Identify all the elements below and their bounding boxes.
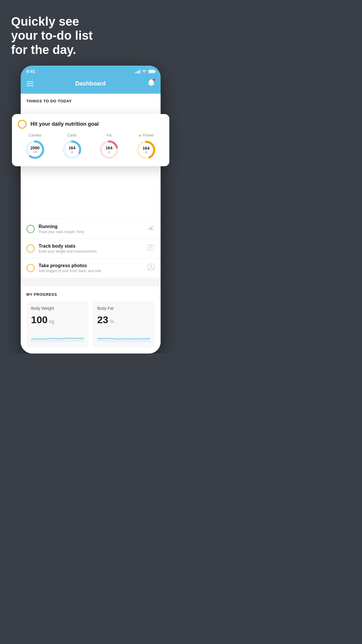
status-icons [135,69,155,74]
running-text: Running Track your stats (target: 5km) [39,224,143,234]
carbs-unit: g [68,150,75,153]
fat-label: Fat [106,133,111,137]
protein-label-row: ★ Protein [138,133,154,138]
progress-header: MY PROGRESS [27,292,155,297]
todo-item-running[interactable]: Running Track your stats (target: 5km) [21,219,161,239]
protein-ring: ★ Protein 164 g [136,133,157,160]
fat-value: 164 [106,146,112,150]
body-weight-value-row: 100 kg [31,314,84,326]
body-fat-title: Body Fat [97,306,150,311]
calories-unit: cal [30,150,39,153]
body-fat-value: 23 [97,314,108,326]
body-stats-checkbox[interactable] [27,244,35,253]
body-stats-title: Track body stats [39,244,143,249]
todo-item-photos[interactable]: Take progress photos Add images of your … [21,258,161,278]
fat-unit: g [106,150,112,153]
body-stats-text: Track body stats Enter your weight and m… [39,244,143,253]
running-icon [147,225,155,233]
notification-badge [153,78,155,81]
body-fat-card: Body Fat 23 % [93,301,155,348]
running-checkbox[interactable] [27,225,35,233]
photos-subtitle: Add images of your front, back, and side [39,269,143,273]
todo-item-body-stats[interactable]: Track body stats Enter your weight and m… [21,239,161,258]
nutrition-card: Hit your daily nutrition goal Calories 2… [12,114,169,166]
nutrition-checkbox[interactable] [18,120,27,129]
calories-value: 2000 [30,146,39,150]
body-fat-value-row: 23 % [97,314,150,326]
nutrition-card-title: Hit your daily nutrition goal [31,121,99,127]
calories-label: Calories [29,133,41,137]
carbs-label: Carbs [67,133,77,137]
menu-button[interactable] [27,81,34,86]
body-fat-sparkline [97,330,150,342]
carbs-ring: Carbs 164 g [61,133,82,160]
battery-icon [148,70,155,73]
todo-list: Running Track your stats (target: 5km) T… [21,219,161,278]
phone-mockup: Hit your daily nutrition goal Calories 2… [21,66,161,354]
fat-circle: 164 g [99,139,120,160]
body-weight-card: Body Weight 100 kg [27,301,89,348]
header-title: Dashboard [75,80,106,87]
body-stats-subtitle: Enter your weight and measurements [39,249,143,253]
signal-icon [135,69,140,74]
phone-screen: 9:41 Dashboard [21,66,161,354]
carbs-value: 164 [68,146,75,150]
nutrition-rings: Calories 2000 cal Carbs [18,133,164,160]
protein-unit: g [143,150,149,154]
body-weight-title: Body Weight [31,306,84,311]
app-header: Dashboard [21,76,161,94]
protein-value: 164 [143,146,149,150]
status-bar: 9:41 [21,66,161,76]
running-subtitle: Track your stats (target: 5km) [39,230,143,234]
svg-point-12 [150,265,152,267]
progress-section: MY PROGRESS Body Weight 100 kg [21,286,161,354]
person-icon [147,263,155,273]
calories-ring: Calories 2000 cal [24,133,45,160]
photos-title: Take progress photos [39,263,143,268]
section-spacer [21,278,161,286]
scale-icon [147,244,155,253]
notifications-button[interactable] [148,79,155,88]
hero-section: Quickly seeyour to-do listfor the day. [0,0,181,63]
photos-text: Take progress photos Add images of your … [39,263,143,273]
body-weight-sparkline [31,330,84,342]
body-weight-value: 100 [31,314,48,326]
body-fat-unit: % [110,319,114,324]
star-icon: ★ [138,133,142,138]
calories-circle: 2000 cal [24,139,45,160]
status-time: 9:41 [27,69,35,74]
body-weight-unit: kg [49,319,54,324]
protein-circle: 164 g [136,139,157,160]
fat-ring: Fat 164 g [99,133,120,160]
wifi-icon [142,69,147,74]
things-to-do-header: THINGS TO DO TODAY [21,94,161,107]
running-title: Running [39,224,143,229]
photos-checkbox[interactable] [27,264,35,272]
progress-cards: Body Weight 100 kg Body Fat [27,301,155,348]
carbs-circle: 164 g [61,139,82,160]
hero-title: Quickly seeyour to-do listfor the day. [11,15,170,57]
protein-label: Protein [143,133,154,137]
